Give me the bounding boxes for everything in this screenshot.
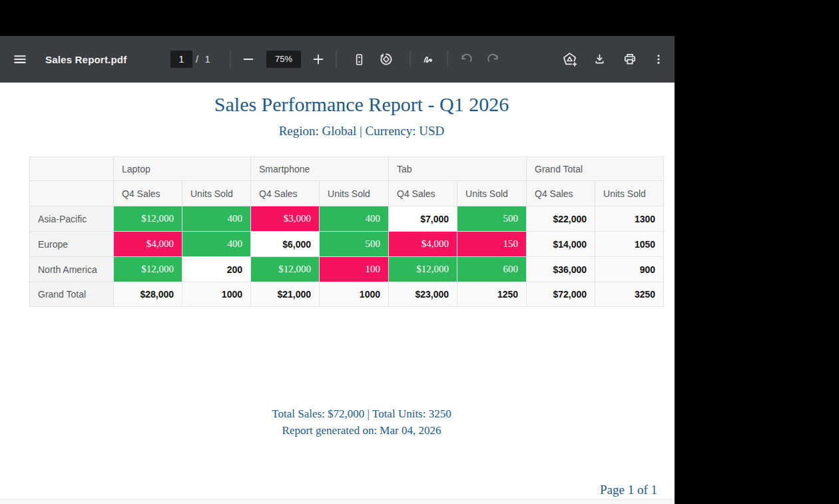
table-cell: $4,000: [389, 232, 457, 257]
undo-button[interactable]: [454, 47, 478, 71]
table-cell: $12,000: [251, 257, 320, 282]
sub-header: Q4 Sales: [251, 181, 320, 206]
table-cell: $6,000: [251, 232, 320, 257]
sub-header: Q4 Sales: [114, 181, 182, 206]
group-header-blank: [30, 157, 114, 181]
report-subtitle: Region: Global | Currency: USD: [49, 124, 675, 138]
group-header-tab: Tab: [389, 157, 527, 181]
menu-icon: [13, 52, 27, 67]
save-to-drive-button[interactable]: [557, 47, 581, 71]
undo-icon: [459, 52, 474, 67]
zoom-out-button[interactable]: [236, 47, 260, 71]
table-cell: $12,000: [114, 206, 182, 232]
menu-button[interactable]: [8, 47, 32, 71]
table-row: Europe$4,000400$6,000500$4,000150$14,000…: [30, 232, 664, 257]
row-label: Grand Total: [30, 282, 114, 307]
fit-to-page-button[interactable]: [347, 47, 371, 71]
page-footer-label: Page 1 of 1: [29, 483, 657, 497]
page-count-label: / 1: [196, 54, 212, 65]
rotate-ccw-button[interactable]: [374, 47, 398, 71]
table-cell: 400: [182, 206, 251, 232]
zoom-level-display[interactable]: 75%: [266, 51, 301, 68]
table-cell: $21,000: [251, 282, 320, 307]
sub-header: Units Sold: [182, 181, 251, 206]
toolbar-divider: [447, 51, 448, 68]
table-cell: $4,000: [114, 232, 182, 257]
download-icon: [592, 52, 607, 67]
table-cell: 500: [457, 206, 527, 232]
table-cell: 1000: [320, 282, 389, 307]
more-vert-icon: [651, 52, 666, 67]
report-table: LaptopSmartphoneTabGrand TotalQ4 SalesUn…: [29, 156, 664, 307]
table-cell: $7,000: [389, 206, 457, 232]
page-bottom-gap: [0, 499, 675, 504]
fit-to-page-icon: [352, 52, 367, 67]
zoom-in-button[interactable]: [306, 47, 330, 71]
generated-date: Report generated on: Mar 04, 2026: [49, 424, 675, 437]
table-cell: 1250: [457, 282, 527, 307]
table-cell: $28,000: [114, 282, 182, 307]
row-label: Europe: [30, 232, 114, 257]
pdf-page: Sales Performance Report - Q1 2026 Regio…: [0, 83, 675, 499]
table-cell: 1000: [182, 282, 251, 307]
table-cell: $12,000: [114, 257, 182, 282]
sub-header: Units Sold: [457, 181, 527, 206]
sub-header-blank: [30, 181, 114, 206]
row-label: Asia-Pacific: [30, 206, 114, 232]
save-to-drive-add-icon: [561, 51, 578, 68]
table-cell: 150: [457, 232, 527, 257]
group-header-laptop: Laptop: [114, 157, 251, 181]
table-cell: 1300: [595, 206, 664, 232]
redo-icon: [485, 52, 501, 67]
table-cell: $36,000: [527, 257, 595, 282]
group-header-smartphone: Smartphone: [251, 157, 389, 181]
table-cell: $3,000: [251, 206, 320, 232]
plus-icon: [311, 52, 326, 67]
table-cell: 400: [182, 232, 251, 257]
report-title: Sales Performance Report - Q1 2026: [49, 93, 675, 116]
table-cell: $22,000: [527, 206, 595, 232]
print-button[interactable]: [618, 47, 642, 71]
pdf-toolbar: Sales Report.pdf / 1 75%: [0, 36, 675, 83]
table-cell: 900: [595, 257, 664, 282]
table-cell: 400: [320, 206, 389, 232]
redo-button[interactable]: [481, 47, 505, 71]
group-header-grand-total: Grand Total: [527, 157, 664, 181]
sub-header: Units Sold: [320, 181, 389, 206]
download-button[interactable]: [587, 47, 611, 71]
table-row: Grand Total$28,0001000$21,0001000$23,000…: [30, 282, 664, 307]
table-cell: $72,000: [527, 282, 595, 307]
sub-header: Q4 Sales: [527, 181, 595, 206]
table-cell: $12,000: [389, 257, 457, 282]
document-filename: Sales Report.pdf: [45, 54, 127, 65]
table-cell: 200: [182, 257, 251, 282]
toolbar-divider: [336, 51, 337, 68]
table-cell: $23,000: [389, 282, 457, 307]
annotate-button[interactable]: [417, 47, 441, 71]
annotate-ink-icon: [421, 51, 437, 67]
sub-header: Q4 Sales: [389, 181, 457, 206]
more-actions-button[interactable]: [647, 47, 671, 71]
rotate-ccw-icon: [378, 51, 394, 67]
table-cell: 500: [320, 232, 389, 257]
sub-header: Units Sold: [595, 181, 664, 206]
table-cell: $14,000: [527, 232, 595, 257]
toolbar-divider: [410, 51, 411, 68]
table-cell: 100: [320, 257, 389, 282]
table-cell: 600: [457, 257, 527, 282]
row-label: North America: [30, 257, 114, 282]
table-cell: 3250: [595, 282, 664, 307]
totals-summary: Total Sales: $72,000 | Total Units: 3250: [49, 407, 675, 421]
table-row: North America$12,000200$12,000100$12,000…: [30, 257, 664, 282]
minus-icon: [241, 52, 256, 67]
toolbar-divider: [230, 51, 231, 68]
table-cell: 1050: [595, 232, 664, 257]
print-icon: [622, 51, 638, 67]
page-number-input[interactable]: [170, 51, 192, 68]
table-row: Asia-Pacific$12,000400$3,000400$7,000500…: [30, 206, 664, 232]
screen: Sales Report.pdf / 1 75%: [0, 0, 839, 504]
